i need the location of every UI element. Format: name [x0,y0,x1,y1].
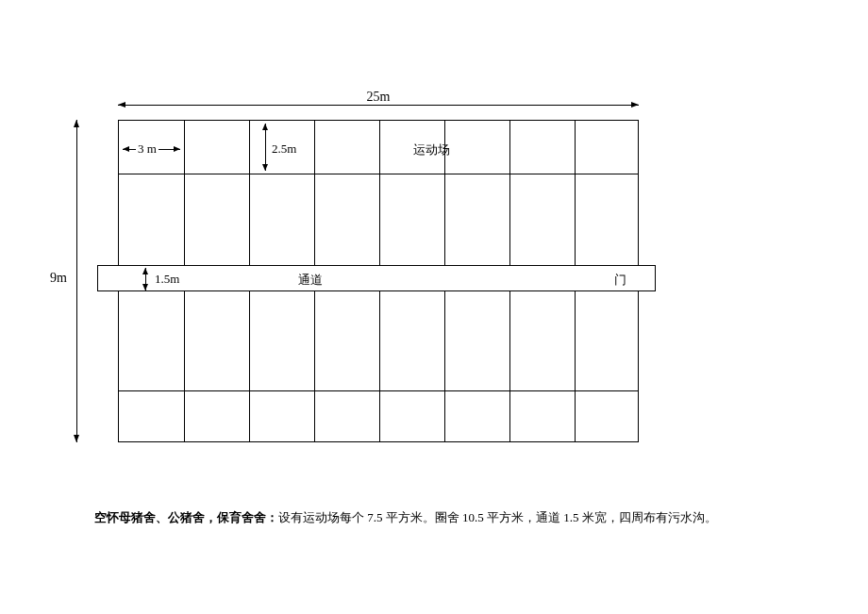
dim-yard-depth-label: 2.5m [270,141,298,157]
dim-corridor-width-arrow [145,268,146,290]
dim-column-width-label: 3 m [136,141,159,157]
dim-yard-depth-arrow [265,124,266,171]
caption-body: 设有运动场每个 7.5 平方米。圈舍 10.5 平方米，通道 1.5 米宽，四周… [278,510,717,524]
corridor: 1.5m 通道 门 [97,265,656,291]
dim-corridor-width-label: 1.5m [153,272,181,287]
yard-line-top [119,174,638,174]
dim-total-width-label: 25m [118,90,639,105]
corridor-label: 通道 [296,272,325,289]
caption: 空怀母猪舍、公猪舍，保育舍舍：设有运动场每个 7.5 平方米。圈舍 10.5 平… [94,509,717,526]
dim-total-height-label: 9m [50,271,67,286]
dim-total-height-arrow [76,120,77,442]
door-label: 门 [612,272,628,289]
yard-line-bottom [119,390,638,391]
dim-total-height: 9m [59,120,88,442]
dim-total-width-arrow [118,105,639,106]
caption-title: 空怀母猪舍、公猪舍，保育舍舍： [94,510,278,524]
yard-label: 运动场 [411,141,452,158]
